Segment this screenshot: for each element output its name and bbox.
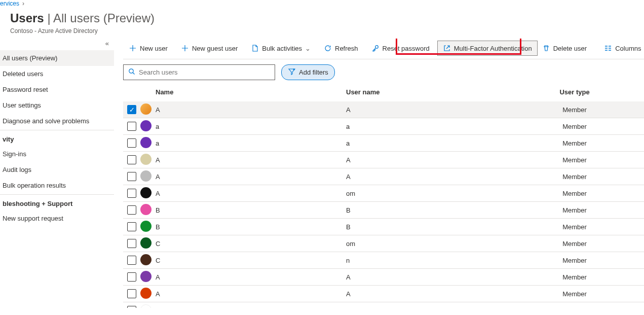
cell-usertype: Member [546, 273, 644, 281]
row-checkbox[interactable] [127, 189, 136, 198]
search-users-input[interactable] [123, 64, 275, 80]
table-row[interactable]: aaMember [123, 135, 644, 152]
sidebar-item[interactable]: New support request [0, 211, 114, 226]
col-username[interactable]: User name [346, 88, 546, 96]
cell-name: C [154, 240, 346, 248]
row-checkbox[interactable]: ✓ [127, 105, 136, 114]
filter-bar: Add filters [123, 59, 644, 85]
search-icon [128, 67, 136, 77]
columns-icon [604, 44, 612, 52]
table-row[interactable]: AAMember [123, 168, 644, 185]
table-row[interactable]: AAMember [123, 286, 644, 302]
reset-password-button[interactable]: Reset password [366, 41, 435, 56]
sidebar-item[interactable]: Deleted users [0, 66, 114, 82]
plus-icon [181, 44, 189, 52]
mfa-button[interactable]: Multi-Factor Authentication [437, 41, 538, 56]
row-checkbox[interactable] [127, 289, 136, 298]
table-row[interactable]: BBMember [123, 219, 644, 235]
columns-button[interactable]: Columns [598, 41, 644, 56]
bulk-activities-button[interactable]: Bulk activities ⌄ [245, 41, 316, 56]
delete-user-button[interactable]: Delete user [540, 41, 592, 56]
row-checkbox[interactable] [127, 306, 136, 308]
search-field[interactable] [139, 68, 271, 76]
chevron-down-icon: ⌄ [305, 45, 311, 52]
row-checkbox[interactable] [127, 205, 136, 215]
avatar [140, 288, 151, 299]
page-title: Users | All users (Preview) [10, 11, 155, 25]
external-link-icon [443, 44, 451, 52]
avatar [140, 187, 151, 198]
new-guest-user-button[interactable]: New guest user [175, 41, 243, 56]
table-row[interactable]: ✓AAMember [123, 101, 644, 118]
cell-name: A [154, 190, 346, 197]
collapse-sidebar-button[interactable]: « [0, 39, 114, 50]
row-checkbox[interactable] [127, 122, 136, 131]
cell-name: ont Koom Crystal [154, 307, 346, 308]
avatar [140, 204, 151, 215]
cell-username: A [346, 106, 546, 114]
cell-username: om [346, 190, 546, 197]
add-filters-button[interactable]: Add filters [281, 64, 335, 80]
command-bar: New user New guest user Bulk activities … [123, 39, 644, 59]
row-checkbox[interactable] [127, 155, 136, 164]
refresh-icon [324, 44, 332, 52]
table-row[interactable]: ComMember [123, 235, 644, 252]
sidebar-item[interactable]: All users (Preview) [0, 50, 114, 66]
table-row[interactable]: ont Koom Crystal [123, 302, 644, 308]
avatar [140, 170, 151, 182]
sidebar-item[interactable]: Audit logs [0, 162, 114, 178]
avatar [140, 103, 151, 115]
new-user-button[interactable]: New user [123, 41, 173, 56]
avatar [140, 304, 151, 308]
table-row[interactable]: CnMember [123, 252, 644, 269]
refresh-button[interactable]: Refresh [318, 41, 364, 56]
col-usertype[interactable]: User type [546, 88, 644, 96]
row-checkbox[interactable] [127, 138, 136, 148]
sidebar: « All users (Preview)Deleted usersPasswo… [0, 39, 114, 308]
avatar [140, 271, 151, 282]
col-name[interactable]: Name [154, 88, 346, 96]
row-checkbox[interactable] [127, 239, 136, 248]
table-row[interactable]: BBMember [123, 202, 644, 219]
svg-point-1 [129, 69, 133, 73]
cell-name: B [154, 223, 346, 231]
users-table: Name User name User type ✓AAMemberaaMemb… [123, 85, 644, 308]
cell-username: A [346, 156, 546, 164]
key-icon [371, 44, 380, 52]
main-content: New user New guest user Bulk activities … [114, 39, 644, 308]
sidebar-item[interactable]: Sign-ins [0, 146, 114, 162]
row-checkbox[interactable] [127, 272, 136, 282]
avatar [140, 137, 151, 148]
sidebar-item[interactable]: Bulk operation results [0, 178, 114, 193]
sidebar-item[interactable]: Diagnose and solve problems [0, 113, 114, 129]
row-checkbox[interactable] [127, 172, 136, 181]
table-row[interactable]: AAMember [123, 152, 644, 168]
cell-username: n [346, 257, 546, 264]
cell-name: a [154, 123, 346, 130]
cell-usertype: Member [546, 223, 644, 231]
table-row[interactable]: AomMember [123, 185, 644, 202]
sidebar-item[interactable]: User settings [0, 97, 114, 113]
cell-username: a [346, 139, 546, 147]
table-row[interactable]: AAMember [123, 269, 644, 286]
avatar [140, 237, 151, 249]
trash-icon [542, 44, 550, 52]
row-checkbox[interactable] [127, 256, 136, 265]
table-row[interactable]: aaMember [123, 118, 644, 135]
cell-usertype: Member [546, 240, 644, 248]
avatar [140, 154, 151, 165]
cell-username: A [346, 273, 546, 281]
row-checkbox[interactable] [127, 222, 136, 231]
cell-usertype: Member [546, 190, 644, 197]
avatar [140, 254, 151, 265]
cell-name: A [154, 290, 346, 298]
svg-point-0 [375, 46, 378, 49]
cell-username: a [346, 123, 546, 130]
user-name-link[interactable]: ont Koom Crystal [156, 307, 206, 308]
breadcrumb-item[interactable]: ervices [0, 0, 19, 7]
cell-username: A [346, 290, 546, 298]
sidebar-item[interactable]: Password reset [0, 82, 114, 97]
cell-username: B [346, 223, 546, 231]
cell-usertype: Member [546, 123, 644, 130]
breadcrumb: ervices › [0, 0, 644, 7]
